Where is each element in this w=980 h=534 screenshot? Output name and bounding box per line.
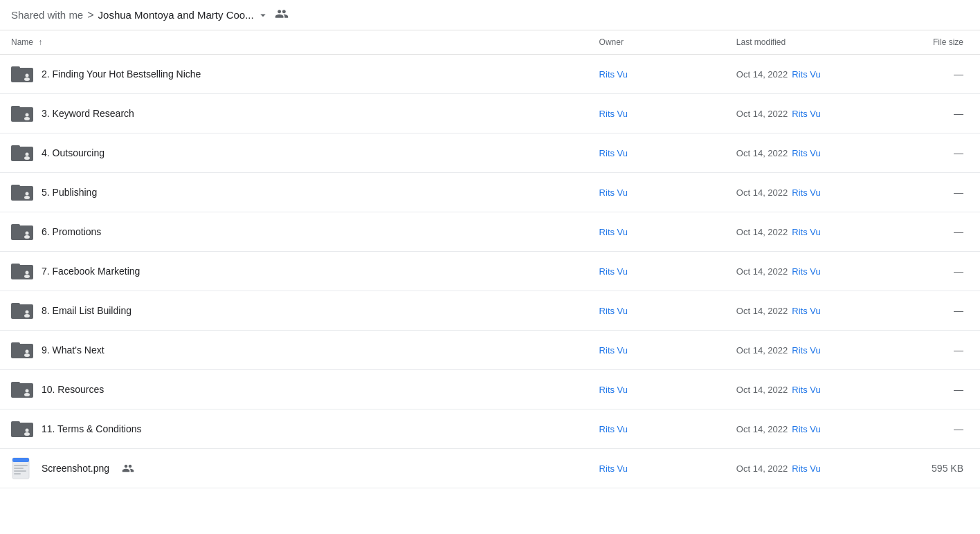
modified-cell: Oct 14, 2022Rits Vu bbox=[725, 94, 902, 134]
modified-cell: Oct 14, 2022Rits Vu bbox=[725, 409, 902, 449]
table-row[interactable]: 9. What's NextRits VuOct 14, 2022Rits Vu… bbox=[0, 331, 980, 370]
file-name-label: 10. Resources bbox=[42, 384, 104, 395]
table-row[interactable]: 4. OutsourcingRits VuOct 14, 2022Rits Vu… bbox=[0, 134, 980, 173]
column-header-owner[interactable]: Owner bbox=[588, 30, 725, 55]
breadcrumb-separator: > bbox=[87, 9, 93, 21]
column-header-size[interactable]: File size bbox=[902, 30, 980, 55]
name-cell: Screenshot.png bbox=[0, 449, 588, 488]
column-header-name[interactable]: Name ↑ bbox=[0, 30, 588, 55]
modified-date: Oct 14, 2022 bbox=[736, 306, 788, 316]
svg-point-31 bbox=[24, 353, 30, 357]
svg-rect-21 bbox=[11, 264, 20, 267]
size-cell: — bbox=[902, 173, 980, 212]
svg-rect-1 bbox=[11, 66, 20, 70]
name-cell-inner: Screenshot.png bbox=[11, 457, 577, 479]
name-cell-inner: 9. What's Next bbox=[11, 339, 577, 361]
svg-rect-28 bbox=[11, 344, 33, 358]
name-cell-inner: 2. Finding Your Hot Bestselling Niche bbox=[11, 63, 577, 85]
modified-date: Oct 14, 2022 bbox=[736, 424, 788, 434]
size-cell: — bbox=[902, 94, 980, 134]
folder-svg-icon bbox=[11, 380, 33, 399]
table-row[interactable]: 8. Email List BuildingRits VuOct 14, 202… bbox=[0, 291, 980, 331]
name-cell: 7. Facebook Marketing bbox=[0, 252, 588, 291]
owner-cell[interactable]: Rits Vu bbox=[588, 55, 725, 94]
modified-user[interactable]: Rits Vu bbox=[792, 69, 820, 80]
folder-svg-icon bbox=[11, 301, 33, 320]
modified-cell: Oct 14, 2022Rits Vu bbox=[725, 331, 902, 370]
svg-rect-20 bbox=[11, 265, 33, 279]
svg-rect-12 bbox=[11, 186, 33, 201]
owner-cell[interactable]: Rits Vu bbox=[588, 173, 725, 212]
modified-user[interactable]: Rits Vu bbox=[792, 266, 820, 277]
folder-icon bbox=[11, 339, 33, 361]
modified-user[interactable]: Rits Vu bbox=[792, 463, 820, 474]
svg-point-35 bbox=[24, 393, 30, 396]
file-name-label: 9. What's Next bbox=[42, 344, 105, 356]
svg-point-2 bbox=[26, 74, 29, 77]
image-svg-icon bbox=[11, 457, 33, 479]
modified-user[interactable]: Rits Vu bbox=[792, 424, 820, 434]
svg-point-11 bbox=[24, 156, 30, 160]
table-row[interactable]: 7. Facebook MarketingRits VuOct 14, 2022… bbox=[0, 252, 980, 291]
table-row[interactable]: 2. Finding Your Hot Bestselling NicheRit… bbox=[0, 55, 980, 94]
owner-cell[interactable]: Rits Vu bbox=[588, 331, 725, 370]
table-row[interactable]: 10. ResourcesRits VuOct 14, 2022Rits Vu— bbox=[0, 370, 980, 409]
name-cell: 9. What's Next bbox=[0, 331, 588, 370]
owner-cell[interactable]: Rits Vu bbox=[588, 370, 725, 409]
svg-rect-5 bbox=[11, 106, 20, 109]
folder-svg-icon bbox=[11, 104, 33, 123]
modified-user[interactable]: Rits Vu bbox=[792, 345, 820, 356]
shared-badge bbox=[122, 462, 134, 475]
name-cell: 3. Keyword Research bbox=[0, 94, 588, 134]
name-cell: 5. Publishing bbox=[0, 173, 588, 212]
name-cell: 6. Promotions bbox=[0, 212, 588, 252]
modified-cell: Oct 14, 2022Rits Vu bbox=[725, 134, 902, 173]
file-name-label: 7. Facebook Marketing bbox=[42, 266, 140, 277]
people-icon bbox=[275, 7, 289, 21]
modified-user[interactable]: Rits Vu bbox=[792, 385, 820, 395]
owner-cell[interactable]: Rits Vu bbox=[588, 134, 725, 173]
name-cell-inner: 7. Facebook Marketing bbox=[11, 260, 577, 282]
breadcrumb-root[interactable]: Shared with me bbox=[11, 9, 83, 21]
size-cell: — bbox=[902, 331, 980, 370]
breadcrumb-dropdown-button[interactable] bbox=[257, 9, 269, 21]
svg-point-23 bbox=[24, 275, 30, 278]
svg-rect-9 bbox=[11, 145, 20, 149]
modified-user[interactable]: Rits Vu bbox=[792, 187, 820, 198]
name-cell: 11. Terms & Conditions bbox=[0, 409, 588, 449]
breadcrumb-people-icon[interactable] bbox=[275, 7, 289, 23]
file-table: Name ↑ Owner Last modified File size 2. … bbox=[0, 30, 980, 488]
owner-cell[interactable]: Rits Vu bbox=[588, 409, 725, 449]
owner-cell[interactable]: Rits Vu bbox=[588, 212, 725, 252]
modified-user[interactable]: Rits Vu bbox=[792, 227, 820, 237]
size-cell: — bbox=[902, 291, 980, 331]
folder-icon bbox=[11, 378, 33, 400]
owner-cell[interactable]: Rits Vu bbox=[588, 252, 725, 291]
svg-rect-45 bbox=[14, 473, 21, 475]
folder-svg-icon bbox=[11, 340, 33, 360]
folder-svg-icon bbox=[11, 183, 33, 202]
breadcrumb-current-label: Joshua Montoya and Marty Coo... bbox=[98, 9, 254, 21]
file-name-label: 11. Terms & Conditions bbox=[42, 423, 141, 434]
svg-rect-24 bbox=[11, 304, 33, 319]
modified-user[interactable]: Rits Vu bbox=[792, 306, 820, 316]
table-row[interactable]: 5. PublishingRits VuOct 14, 2022Rits Vu— bbox=[0, 173, 980, 212]
table-row[interactable]: 6. PromotionsRits VuOct 14, 2022Rits Vu— bbox=[0, 212, 980, 252]
table-row[interactable]: 11. Terms & ConditionsRits VuOct 14, 202… bbox=[0, 409, 980, 449]
breadcrumb-current: Joshua Montoya and Marty Coo... bbox=[98, 7, 289, 23]
modified-user[interactable]: Rits Vu bbox=[792, 109, 820, 119]
svg-point-3 bbox=[24, 77, 30, 81]
folder-svg-icon bbox=[11, 64, 33, 84]
owner-cell[interactable]: Rits Vu bbox=[588, 449, 725, 488]
modified-user[interactable]: Rits Vu bbox=[792, 148, 820, 158]
svg-point-6 bbox=[26, 113, 29, 117]
modified-date: Oct 14, 2022 bbox=[736, 187, 788, 198]
owner-cell[interactable]: Rits Vu bbox=[588, 94, 725, 134]
owner-cell[interactable]: Rits Vu bbox=[588, 291, 725, 331]
table-row[interactable]: 3. Keyword ResearchRits VuOct 14, 2022Ri… bbox=[0, 94, 980, 134]
column-header-modified[interactable]: Last modified bbox=[725, 30, 902, 55]
table-row[interactable]: Screenshot.pngRits VuOct 14, 2022Rits Vu… bbox=[0, 449, 980, 488]
folder-svg-icon bbox=[11, 143, 33, 163]
folder-icon bbox=[11, 63, 33, 85]
svg-rect-42 bbox=[14, 465, 28, 466]
